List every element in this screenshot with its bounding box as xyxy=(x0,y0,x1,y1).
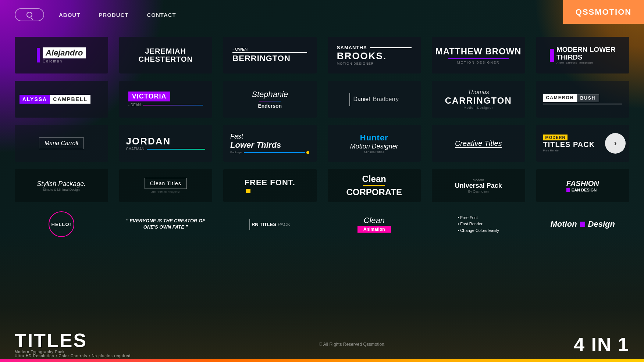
card-daniel[interactable]: Daniel Bradberry xyxy=(328,81,421,118)
clean-corp-line1: Clean xyxy=(346,175,402,183)
nav-product[interactable]: PRODUCT xyxy=(99,12,128,18)
card-maria[interactable]: Maria Carroll xyxy=(15,125,108,162)
card-jeremiah[interactable]: JEREMIAH CHESTERTON xyxy=(119,37,213,74)
thomas-first: Thomas xyxy=(445,89,512,96)
desc-features: • Free Font • Fast Render • Change Color… xyxy=(432,209,525,239)
card-thomas[interactable]: Thomas CARRINGTON Motion Designer xyxy=(432,81,525,118)
fashion-line2: EAN DESIGN xyxy=(566,188,599,192)
footer-badge: 4 IN 1 xyxy=(574,333,629,355)
hello-circle: HELLO! xyxy=(49,211,74,237)
thomas-last: CARRINGTON xyxy=(445,96,512,106)
motion-design-text: Design xyxy=(588,219,615,229)
jordan-line xyxy=(147,149,205,150)
row3-grid: Maria Carroll JORDAN CHAPMAN Fast Lower … xyxy=(15,125,629,162)
next-arrow-icon: › xyxy=(614,139,616,148)
universal-sub: By Qssmotion xyxy=(455,190,502,193)
card-creative[interactable]: Creative Titles xyxy=(432,125,525,162)
card-clean-corp[interactable]: Clean CORPORATE xyxy=(328,169,421,202)
clean-corp-bar xyxy=(363,185,385,186)
hunter-second: Motion Designer xyxy=(350,143,398,150)
victoria-first: VICTORIA xyxy=(128,92,170,101)
logo-text: QSSMOTION xyxy=(576,7,631,17)
stylish-sub: Simple & Minimal Design xyxy=(37,188,86,191)
jordan-first: JORDAN xyxy=(126,136,205,147)
search-icon xyxy=(26,12,32,18)
card-stylish[interactable]: Stylish Package. Simple & Minimal Design xyxy=(15,169,108,202)
card-clean-titles[interactable]: Clean Titles After Effects Template xyxy=(119,169,213,202)
card-matthew[interactable]: MATTHEW BROWN MOTION DESIGNER xyxy=(432,37,525,74)
clean-anim-badge: Animation xyxy=(357,226,391,233)
clean-titles-text: Clean Titles xyxy=(145,178,187,189)
desc-clean-anim[interactable]: Clean Animation xyxy=(328,209,421,239)
fashion-line1: FASHION xyxy=(566,179,599,188)
card-fashion[interactable]: FASHION EAN DESIGN xyxy=(536,169,630,202)
search-button[interactable] xyxy=(15,8,44,21)
modern-lower-text: MODERN LOWER xyxy=(556,46,615,54)
rn-pack: PACK xyxy=(278,222,290,227)
universal-text: Universal Pack xyxy=(455,182,502,190)
daniel-first: Daniel xyxy=(353,96,370,103)
modern-lower-text2: THIRDS xyxy=(556,54,615,61)
nav-links: ABOUT PRODUCT CONTACT xyxy=(59,12,176,18)
alejandro-first: Alejandro xyxy=(43,47,86,58)
clean-corp-line2: CORPORATE xyxy=(346,188,402,197)
desc-hello[interactable]: HELLO! xyxy=(15,209,108,239)
victoria-dash: - DEAN xyxy=(128,103,141,107)
logo-badge: QSSMOTION xyxy=(563,0,644,24)
bottom-color-bar xyxy=(0,359,644,362)
fast-sub: Package. xyxy=(230,151,242,154)
modern-lower-sub: After Effects Template xyxy=(556,61,615,64)
rn-vline xyxy=(249,219,250,230)
card-universal[interactable]: Modern Universal Pack By Qssmotion xyxy=(432,169,525,202)
hello-text: HELLO! xyxy=(51,222,71,227)
footer-sub2: Ultra HD Resolution • Color Controls • N… xyxy=(15,354,131,358)
alejandro-last: Coleman xyxy=(43,59,86,63)
card-owen[interactable]: - OWEN BERRINGTON xyxy=(223,37,317,74)
stylish-text: Stylish Package. xyxy=(37,180,86,188)
purple-square xyxy=(550,49,554,62)
card-samantha[interactable]: SAMANTHA BROOKS. MOTION DESIGNER xyxy=(328,37,421,74)
desc-motion-design[interactable]: Motion Design xyxy=(536,209,630,239)
thomas-sub: Motion Designer xyxy=(445,106,512,110)
footer-titles: TITLES xyxy=(15,331,131,350)
stephanie-last: Enderson xyxy=(252,103,288,109)
matthew-name: MATTHEW BROWN xyxy=(435,46,522,57)
footer: TITLES Modern Typography Pack Ultra HD R… xyxy=(0,330,644,359)
header: ABOUT PRODUCT CONTACT QSSMOTION xyxy=(0,0,644,29)
samantha-last: BROOKS. xyxy=(337,50,412,62)
footer-logo: TITLES Modern Typography Pack Ultra HD R… xyxy=(15,331,131,358)
next-button[interactable]: › xyxy=(605,133,626,154)
card-fast[interactable]: Fast Lower Thirds Package. xyxy=(223,125,317,162)
desc-rn-titles[interactable]: RN TITLES PACK xyxy=(223,209,317,239)
samantha-first: SAMANTHA xyxy=(337,45,367,50)
card-alyssa[interactable]: ALYSSA CAMPBELL xyxy=(15,81,108,118)
cameron-line xyxy=(543,104,622,104)
card-jordan[interactable]: JORDAN CHAPMAN xyxy=(119,125,213,162)
card-alejandro[interactable]: Alejandro Coleman xyxy=(15,37,108,74)
nav-about[interactable]: ABOUT xyxy=(59,12,80,18)
card-stephanie[interactable]: Stephanie Enderson xyxy=(223,81,317,118)
motion-text: Motion xyxy=(551,219,577,229)
universal-label: Modern xyxy=(455,178,502,182)
main-content: Alejandro Coleman JEREMIAH CHESTERTON - … xyxy=(0,29,644,347)
owen-divider xyxy=(232,52,307,53)
feature-3: • Change Colors Easily xyxy=(458,227,499,234)
card-cameron[interactable]: CAMERON BUSH xyxy=(536,81,630,118)
samantha-sub: MOTION DESIGNER xyxy=(337,62,412,65)
card-hunter[interactable]: Hunter Motion Designer Minimal Titles xyxy=(328,125,421,162)
footer-sub1: Modern Typography Pack xyxy=(15,350,131,354)
jordan-last: CHAPMAN xyxy=(126,147,145,151)
samantha-bar xyxy=(370,47,411,48)
daniel-last: Bradberry xyxy=(373,96,399,103)
card-modern-lower[interactable]: MODERN LOWER THIRDS After Effects Templa… xyxy=(536,37,630,74)
jeremiah-name: JEREMIAH CHESTERTON xyxy=(139,47,193,63)
motion-purple-sq xyxy=(580,222,585,227)
row3-wrapper: Maria Carroll JORDAN CHAPMAN Fast Lower … xyxy=(15,125,629,162)
alyssa-first: ALYSSA xyxy=(19,95,50,104)
card-victoria[interactable]: VICTORIA - DEAN xyxy=(119,81,213,118)
cameron-first: CAMERON xyxy=(543,94,577,102)
owen-dash: - OWEN xyxy=(232,47,248,51)
card-free-font[interactable]: FREE FONT. xyxy=(223,169,317,202)
nav-contact[interactable]: CONTACT xyxy=(147,12,176,18)
row2-grid: ALYSSA CAMPBELL VICTORIA - DEAN Stephani… xyxy=(15,81,629,118)
